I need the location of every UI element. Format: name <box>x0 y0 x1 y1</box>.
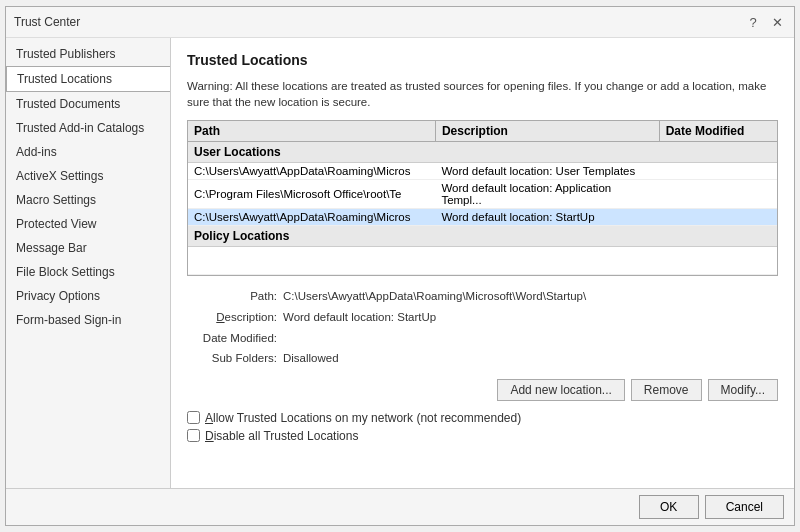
date-cell <box>659 180 777 209</box>
sidebar-item-trusted-documents[interactable]: Trusted Documents <box>6 92 170 116</box>
detail-path-row: Path: C:\Users\Awyatt\AppData\Roaming\Mi… <box>187 286 778 307</box>
detail-date-row: Date Modified: <box>187 328 778 349</box>
bottom-bar: OK Cancel <box>6 488 794 525</box>
sidebar: Trusted Publishers Trusted Locations Tru… <box>6 38 171 488</box>
col-header-description: Description <box>435 121 659 142</box>
path-value: C:\Users\Awyatt\AppData\Roaming\Microsof… <box>283 286 778 307</box>
trust-center-dialog: Trust Center ? ✕ Trusted Publishers Trus… <box>5 6 795 526</box>
allow-trusted-locations-row: Allow Trusted Locations on my network (n… <box>187 411 778 425</box>
close-button[interactable]: ✕ <box>768 13 786 31</box>
desc-cell: Word default location: StartUp <box>435 209 659 226</box>
action-buttons: Add new location... Remove Modify... <box>187 379 778 401</box>
cancel-button[interactable]: Cancel <box>705 495 784 519</box>
dialog-body: Trusted Publishers Trusted Locations Tru… <box>6 38 794 488</box>
path-cell: C:\Program Files\Microsoft Office\root\T… <box>188 180 435 209</box>
sidebar-item-protected-view[interactable]: Protected View <box>6 212 170 236</box>
main-content: Trusted Locations Warning: All these loc… <box>171 38 794 488</box>
table-row[interactable]: C:\Users\Awyatt\AppData\Roaming\Micros W… <box>188 163 777 180</box>
sidebar-item-trusted-locations[interactable]: Trusted Locations <box>6 66 170 92</box>
section-user-locations: User Locations <box>188 142 777 163</box>
detail-section: Path: C:\Users\Awyatt\AppData\Roaming\Mi… <box>187 286 778 369</box>
modify-button[interactable]: Modify... <box>708 379 778 401</box>
warning-text: Warning: All these locations are treated… <box>187 78 778 110</box>
date-label: Date Modified: <box>187 328 277 349</box>
desc-value: Word default location: StartUp <box>283 307 778 328</box>
sidebar-item-privacy-options[interactable]: Privacy Options <box>6 284 170 308</box>
path-label: Path: <box>187 286 277 307</box>
path-cell: C:\Users\Awyatt\AppData\Roaming\Micros <box>188 163 435 180</box>
table-row-empty <box>188 247 777 275</box>
disable-trusted-locations-label: Disable all Trusted Locations <box>205 429 358 443</box>
date-cell <box>659 209 777 226</box>
title-bar-controls: ? ✕ <box>744 13 786 31</box>
sidebar-item-macro-settings[interactable]: Macro Settings <box>6 188 170 212</box>
sidebar-item-trusted-publishers[interactable]: Trusted Publishers <box>6 42 170 66</box>
title-bar: Trust Center ? ✕ <box>6 7 794 38</box>
sidebar-item-file-block-settings[interactable]: File Block Settings <box>6 260 170 284</box>
desc-cell: Word default location: User Templates <box>435 163 659 180</box>
remove-button[interactable]: Remove <box>631 379 702 401</box>
section-policy-locations: Policy Locations <box>188 226 777 247</box>
detail-subfolders-row: Sub Folders: Disallowed <box>187 348 778 369</box>
col-header-path: Path <box>188 121 435 142</box>
add-new-location-button[interactable]: Add new location... <box>497 379 624 401</box>
path-cell: C:\Users\Awyatt\AppData\Roaming\Micros <box>188 209 435 226</box>
desc-label: Description: <box>187 307 277 328</box>
allow-trusted-locations-checkbox[interactable] <box>187 411 200 424</box>
sidebar-item-add-ins[interactable]: Add-ins <box>6 140 170 164</box>
col-header-date-modified: Date Modified <box>659 121 777 142</box>
page-title: Trusted Locations <box>187 52 778 68</box>
table-row[interactable]: C:\Program Files\Microsoft Office\root\T… <box>188 180 777 209</box>
table-row-selected[interactable]: C:\Users\Awyatt\AppData\Roaming\Micros W… <box>188 209 777 226</box>
sidebar-item-activex-settings[interactable]: ActiveX Settings <box>6 164 170 188</box>
date-value <box>283 328 778 349</box>
disable-trusted-locations-row: Disable all Trusted Locations <box>187 429 778 443</box>
help-button[interactable]: ? <box>744 13 762 31</box>
allow-trusted-locations-label: Allow Trusted Locations on my network (n… <box>205 411 521 425</box>
date-cell <box>659 163 777 180</box>
dialog-title: Trust Center <box>14 15 80 29</box>
sub-label: Sub Folders: <box>187 348 277 369</box>
sidebar-item-form-based-sign-in[interactable]: Form-based Sign-in <box>6 308 170 332</box>
locations-table: Path Description Date Modified User Loca… <box>188 121 777 275</box>
sub-value: Disallowed <box>283 348 778 369</box>
disable-trusted-locations-checkbox[interactable] <box>187 429 200 442</box>
sidebar-item-message-bar[interactable]: Message Bar <box>6 236 170 260</box>
detail-desc-row: Description: Word default location: Star… <box>187 307 778 328</box>
ok-button[interactable]: OK <box>639 495 699 519</box>
desc-cell: Word default location: Application Templ… <box>435 180 659 209</box>
locations-table-wrapper: Path Description Date Modified User Loca… <box>187 120 778 276</box>
sidebar-item-trusted-add-in-catalogs[interactable]: Trusted Add-in Catalogs <box>6 116 170 140</box>
